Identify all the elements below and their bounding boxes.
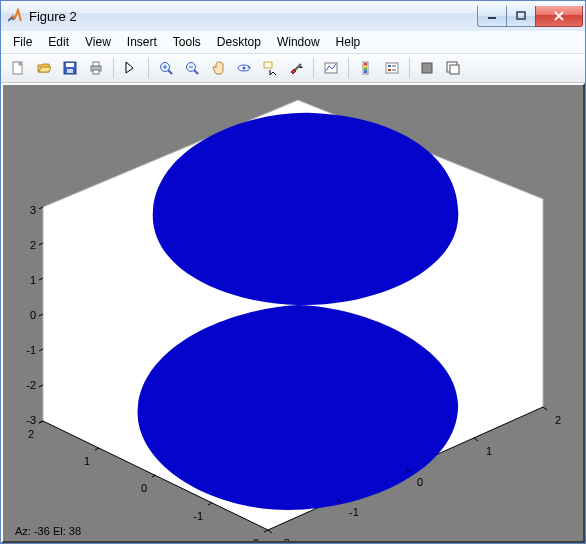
toolbar-separator — [348, 58, 349, 78]
menu-edit[interactable]: Edit — [40, 33, 77, 51]
svg-line-53 — [268, 530, 272, 533]
svg-line-43 — [39, 278, 43, 280]
axes-3d[interactable]: 3 2 1 0 -1 -2 -3 2 1 0 — [3, 85, 581, 541]
z-tick: 0 — [30, 309, 36, 321]
svg-line-57 — [543, 407, 547, 410]
y-tick: 0 — [141, 482, 147, 494]
x-tick: -1 — [349, 506, 359, 518]
edit-plot-button[interactable] — [119, 56, 143, 80]
title-bar: Figure 2 — [1, 1, 585, 31]
x-tick: 0 — [417, 476, 423, 488]
brush-button[interactable] — [284, 56, 308, 80]
svg-rect-23 — [364, 66, 367, 69]
data-cursor-button[interactable] — [258, 56, 282, 80]
toolbar-separator — [113, 58, 114, 78]
z-tick: -1 — [26, 344, 36, 356]
save-button[interactable] — [58, 56, 82, 80]
z-tick: 2 — [30, 239, 36, 251]
x-tick: 2 — [555, 414, 561, 426]
minimize-button[interactable] — [477, 6, 507, 27]
view-angle-status: Az: -36 El: 38 — [15, 525, 81, 537]
svg-rect-22 — [364, 63, 367, 66]
y-tick: -2 — [249, 537, 259, 541]
toolbar-separator — [148, 58, 149, 78]
svg-rect-31 — [422, 63, 432, 73]
toolbar-separator — [409, 58, 410, 78]
svg-rect-26 — [386, 63, 398, 73]
svg-line-51 — [208, 503, 212, 505]
z-tick: 1 — [30, 274, 36, 286]
figure-window: Figure 2 File Edit View Insert Tools Des… — [0, 0, 586, 544]
svg-line-14 — [194, 70, 198, 74]
hide-tools-button[interactable] — [415, 56, 439, 80]
maximize-button[interactable] — [506, 6, 536, 27]
svg-rect-24 — [364, 68, 367, 71]
zoom-in-button[interactable] — [154, 56, 178, 80]
z-tick: -2 — [26, 379, 36, 391]
svg-rect-7 — [93, 62, 99, 66]
new-figure-button[interactable] — [6, 56, 30, 80]
matlab-icon — [7, 8, 23, 24]
y-tick: -1 — [193, 510, 203, 522]
toolbar-separator — [313, 58, 314, 78]
window-controls — [478, 6, 583, 26]
menu-file[interactable]: File — [5, 33, 40, 51]
x-tick: 1 — [486, 445, 492, 457]
svg-rect-5 — [67, 69, 73, 73]
svg-rect-18 — [264, 62, 272, 68]
svg-point-17 — [243, 67, 246, 70]
svg-line-46 — [39, 385, 43, 387]
link-plot-button[interactable] — [319, 56, 343, 80]
menu-desktop[interactable]: Desktop — [209, 33, 269, 51]
svg-rect-8 — [93, 70, 99, 74]
window-title: Figure 2 — [29, 9, 478, 24]
y-tick: 2 — [28, 428, 34, 440]
svg-line-49 — [95, 448, 99, 450]
z-tick: 3 — [30, 204, 36, 216]
zoom-out-button[interactable] — [180, 56, 204, 80]
svg-rect-4 — [66, 63, 74, 67]
svg-line-56 — [474, 438, 478, 441]
svg-rect-25 — [364, 71, 367, 74]
open-button[interactable] — [32, 56, 56, 80]
svg-line-10 — [168, 70, 172, 74]
print-button[interactable] — [84, 56, 108, 80]
svg-line-45 — [39, 349, 43, 351]
menu-help[interactable]: Help — [328, 33, 369, 51]
svg-line-41 — [39, 207, 43, 209]
rotate-3d-button[interactable] — [232, 56, 256, 80]
svg-line-48 — [39, 421, 43, 423]
menu-bar: File Edit View Insert Tools Desktop Wind… — [1, 31, 585, 54]
svg-line-42 — [39, 243, 43, 245]
menu-view[interactable]: View — [77, 33, 119, 51]
pan-button[interactable] — [206, 56, 230, 80]
svg-rect-33 — [450, 65, 459, 74]
insert-colorbar-button[interactable] — [354, 56, 378, 80]
show-tools-button[interactable] — [441, 56, 465, 80]
menu-tools[interactable]: Tools — [165, 33, 209, 51]
x-tick: -2 — [280, 537, 290, 541]
svg-line-44 — [39, 314, 43, 316]
y-tick: 1 — [84, 455, 90, 467]
insert-legend-button[interactable] — [380, 56, 404, 80]
svg-rect-1 — [517, 12, 525, 19]
menu-insert[interactable]: Insert — [119, 33, 165, 51]
close-button[interactable] — [535, 6, 583, 27]
figure-canvas[interactable]: 3 2 1 0 -1 -2 -3 2 1 0 — [1, 83, 585, 543]
svg-line-52 — [264, 530, 268, 532]
z-tick: -3 — [26, 414, 36, 426]
menu-window[interactable]: Window — [269, 33, 328, 51]
toolbar — [1, 54, 585, 83]
